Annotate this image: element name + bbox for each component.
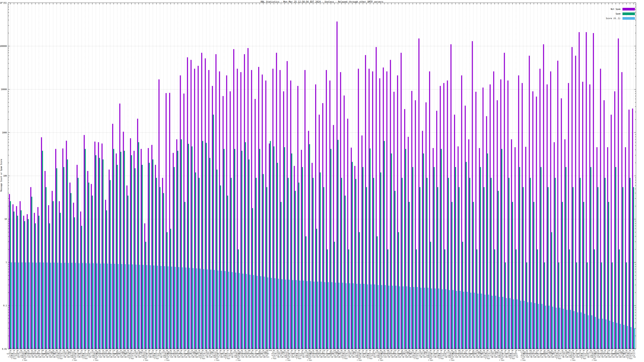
bar-score [40, 263, 40, 349]
bar-spam [131, 155, 132, 349]
bar-score [627, 326, 628, 349]
bar-not-spam [180, 75, 181, 349]
bar-score [256, 276, 258, 349]
bar-not-spam [344, 95, 345, 349]
bar-spam [430, 242, 431, 349]
bar-not-spam [397, 75, 398, 349]
bar-score [267, 277, 268, 349]
x-tick-label: 3@ db. wpbl. info 1 hop [514, 350, 518, 358]
bar-score [128, 265, 130, 349]
bar-score [306, 281, 308, 349]
bar-not-spam [429, 71, 430, 349]
bar-spam [448, 178, 449, 349]
bar-score [360, 284, 361, 349]
bar-spam [459, 187, 460, 349]
legend-entry-score: Score (0..1) [606, 16, 635, 21]
bar-score [563, 309, 564, 349]
bar-spam [206, 143, 207, 349]
bar-not-spam [372, 71, 373, 349]
bar-not-spam [222, 96, 224, 349]
bar-spam [540, 167, 542, 349]
bar-not-spam [254, 99, 256, 349]
bar-score [467, 292, 468, 349]
bar-score [598, 319, 600, 349]
bar-spam [280, 202, 282, 349]
bar-score [570, 310, 571, 349]
bar-spam [633, 187, 634, 349]
bar-not-spam [540, 69, 540, 349]
bar-score [271, 278, 272, 349]
bar-not-spam [554, 142, 555, 349]
y-tick-label: 0.1 [3, 305, 7, 307]
bar-score [548, 306, 550, 349]
bar-not-spam [546, 84, 548, 349]
bar-not-spam [618, 38, 619, 349]
bar-spam [437, 187, 438, 349]
bar-not-spam [525, 147, 526, 349]
bar-spam [338, 140, 338, 349]
bar-spam [277, 163, 278, 349]
bar-spam [345, 196, 346, 349]
bar-not-spam [141, 149, 142, 349]
bar-spam [423, 153, 424, 349]
bar-not-spam [173, 153, 174, 349]
bar-score [516, 299, 518, 349]
bar-score [342, 283, 343, 349]
bar-score [580, 312, 582, 349]
bar-spam [508, 178, 509, 349]
bar-not-spam [105, 200, 106, 349]
bar-spam [476, 249, 477, 349]
bar-not-spam [12, 204, 14, 349]
bar-spam [231, 178, 232, 349]
bar-not-spam [244, 54, 245, 349]
bar-spam [238, 249, 239, 349]
bar-score [470, 293, 471, 349]
bar-not-spam [564, 139, 566, 349]
bar-not-spam [312, 163, 312, 349]
bar-score [82, 263, 83, 349]
bar-not-spam [27, 214, 28, 349]
bar-spam [234, 149, 235, 349]
bar-not-spam [461, 75, 462, 349]
bar-score [218, 271, 218, 349]
bar-spam [170, 229, 171, 349]
bar-spam [501, 149, 502, 349]
bar-score [502, 297, 503, 349]
bar-spam [295, 191, 296, 349]
bar-not-spam [280, 70, 280, 349]
bar-score [121, 264, 122, 349]
bar-spam [466, 162, 467, 349]
bar-not-spam [126, 185, 128, 349]
legend-entry-not-spam: Not Spam [606, 7, 635, 11]
bar-not-spam [201, 53, 202, 349]
bar-score [260, 276, 261, 349]
bar-spam [17, 216, 18, 349]
bar-spam [530, 178, 531, 349]
bar-score [385, 285, 386, 349]
bar-score [43, 263, 44, 349]
bar-not-spam [59, 201, 60, 349]
bar-score [29, 263, 30, 349]
bar-not-spam [557, 61, 558, 349]
bar-spam [81, 226, 82, 349]
bar-spam [566, 167, 566, 349]
bar-not-spam [404, 109, 405, 349]
bar-not-spam [315, 84, 316, 349]
bar-spam [576, 263, 577, 349]
bar-not-spam [433, 148, 434, 349]
bar-spam [330, 149, 332, 349]
bar-not-spam [550, 71, 551, 349]
bar-spam [192, 146, 192, 349]
bar-spam [156, 178, 157, 349]
bar-spam [551, 232, 552, 349]
bar-score [178, 267, 179, 349]
bar-spam [409, 202, 410, 349]
legend-swatch-not-spam [622, 8, 635, 10]
bar-not-spam [294, 166, 295, 349]
bar-score [492, 296, 493, 349]
bar-not-spam [158, 79, 160, 349]
bar-score [396, 286, 396, 349]
bar-spam [263, 174, 264, 349]
bar-spam [35, 223, 36, 349]
bar-spam [42, 151, 43, 349]
